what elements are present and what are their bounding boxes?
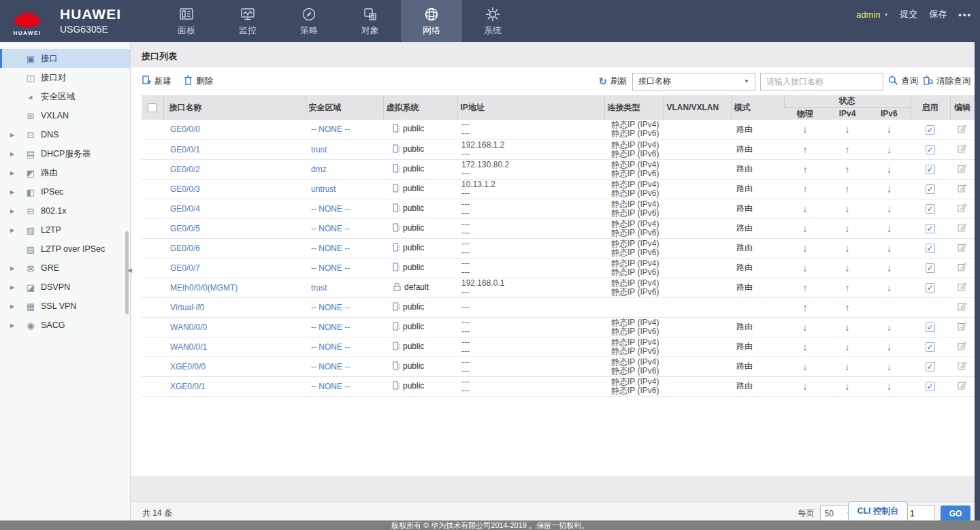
sidebar-item-l2tp[interactable]: ▶▨L2TP (0, 220, 130, 239)
enable-checkbox[interactable]: ✓ (926, 382, 935, 391)
edit-icon[interactable] (958, 203, 967, 214)
zone-link[interactable]: -- NONE -- (311, 244, 350, 253)
expand-arrow-icon[interactable]: ▶ (10, 208, 17, 214)
enable-checkbox[interactable]: ✓ (926, 145, 935, 154)
sidebar-item-vxlan[interactable]: ⊞VXLAN (0, 106, 130, 125)
zone-link[interactable]: -- NONE -- (311, 362, 350, 371)
interface-link[interactable]: XGE0/0/0 (170, 362, 206, 371)
edit-icon[interactable] (958, 183, 967, 195)
enable-checkbox[interactable]: ✓ (926, 283, 935, 293)
zone-link[interactable]: -- NONE -- (311, 322, 350, 332)
cli-console-button[interactable]: CLI 控制台 (848, 501, 908, 520)
interface-link[interactable]: GE0/0/5 (170, 224, 200, 233)
zone-link[interactable]: -- NONE -- (311, 303, 350, 312)
zone-link[interactable]: trust (311, 145, 327, 154)
tab-policy[interactable]: 策略 (278, 0, 340, 42)
enable-checkbox[interactable]: ✓ (926, 165, 935, 174)
interface-link[interactable]: GE0/0/1 (170, 145, 200, 154)
expand-arrow-icon[interactable]: ▶ (10, 284, 17, 291)
expand-arrow-icon[interactable]: ▶ (10, 170, 17, 176)
sidebar-item-sslvpn[interactable]: ▶▦SSL VPN (0, 297, 130, 316)
edit-icon[interactable] (958, 301, 967, 313)
query-button[interactable]: 查询 (888, 76, 918, 87)
expand-arrow-icon[interactable]: ▶ (10, 303, 17, 310)
enable-checkbox[interactable]: ✓ (926, 224, 935, 233)
zone-link[interactable]: -- NONE -- (311, 125, 350, 134)
sidebar-collapse-icon[interactable]: ◀ (127, 267, 132, 274)
edit-icon[interactable] (958, 341, 967, 352)
edit-icon[interactable] (958, 380, 967, 392)
zone-link[interactable]: -- NONE -- (311, 263, 350, 273)
new-button[interactable]: 新建 (142, 76, 172, 87)
expand-arrow-icon[interactable]: ▶ (10, 322, 17, 329)
refresh-button[interactable]: ↻ 刷新 (598, 76, 627, 87)
edit-icon[interactable] (958, 242, 967, 254)
edit-icon[interactable] (958, 124, 967, 135)
sidebar-item-dsvpn[interactable]: ▶◪DSVPN (0, 278, 130, 297)
interface-link[interactable]: GE0/0/4 (170, 204, 200, 214)
interface-link[interactable]: GE0/0/7 (170, 263, 200, 273)
more-menu-icon[interactable]: ••• (958, 10, 972, 20)
clear-query-button[interactable]: 清除查询 (923, 76, 970, 87)
expand-arrow-icon[interactable]: ▶ (10, 265, 17, 271)
tab-object[interactable]: 对象 (340, 0, 401, 42)
zone-link[interactable]: -- NONE -- (311, 204, 350, 214)
search-input[interactable] (760, 73, 883, 90)
interface-link[interactable]: GE0/0/6 (170, 244, 200, 253)
sidebar-item-ipsec[interactable]: ▶◧IPSec (0, 182, 130, 201)
tab-dashboard[interactable]: 面板 (156, 0, 217, 42)
zone-link[interactable]: -- NONE -- (311, 224, 350, 233)
expand-arrow-icon[interactable]: ▶ (10, 132, 17, 138)
sidebar-item-dns[interactable]: ▶⊡DNS (0, 125, 130, 144)
enable-checkbox[interactable]: ✓ (926, 204, 935, 214)
enable-checkbox[interactable]: ✓ (926, 263, 935, 273)
sidebar-item-route[interactable]: ▶◩路由 (0, 163, 130, 182)
edit-icon[interactable] (958, 282, 967, 293)
zone-link[interactable]: untrust (311, 184, 336, 194)
submit-button[interactable]: 提交 (900, 8, 917, 20)
sidebar-item-l2tp-ipsec[interactable]: ▧L2TP over IPSec (0, 239, 130, 259)
enable-checkbox[interactable]: ✓ (926, 342, 935, 352)
enable-checkbox[interactable]: ✓ (926, 125, 935, 135)
sidebar-item-security-zone[interactable]: ◕安全区域 (0, 87, 130, 106)
edit-icon[interactable] (958, 222, 967, 234)
zone-link[interactable]: -- NONE -- (311, 342, 350, 352)
sidebar-item-dhcp[interactable]: ▶▤DHCP服务器 (0, 144, 130, 163)
interface-link[interactable]: MEth0/0/0(MGMT) (170, 283, 238, 293)
interface-link[interactable]: GE0/0/3 (170, 184, 200, 194)
enable-checkbox[interactable]: ✓ (926, 184, 935, 194)
expand-arrow-icon[interactable]: ▶ (10, 227, 17, 233)
interface-link[interactable]: XGE0/0/1 (170, 382, 206, 391)
select-all-checkbox[interactable] (148, 103, 157, 112)
sidebar-item-dot1x[interactable]: ▶⊟802.1x (0, 201, 130, 220)
expand-arrow-icon[interactable]: ▶ (10, 189, 17, 195)
edit-icon[interactable] (958, 262, 967, 274)
admin-menu[interactable]: admin ▼ (856, 10, 888, 20)
sidebar-item-interface[interactable]: ▣接口 (0, 49, 130, 68)
enable-checkbox[interactable]: ✓ (926, 322, 935, 332)
interface-link[interactable]: Virtual-if0 (170, 303, 204, 312)
sidebar-item-gre[interactable]: ▶⊠GRE (0, 259, 130, 278)
interface-link[interactable]: WAN0/0/1 (170, 342, 207, 352)
delete-button[interactable]: 删除 (184, 76, 213, 87)
page-number-input[interactable] (904, 506, 935, 522)
tab-monitor[interactable]: 监控 (217, 0, 278, 42)
zone-link[interactable]: -- NONE -- (311, 382, 350, 391)
interface-link[interactable]: GE0/0/0 (170, 125, 200, 134)
edit-icon[interactable] (958, 144, 967, 155)
go-button[interactable]: GO (941, 506, 970, 522)
edit-icon[interactable] (958, 163, 967, 175)
expand-arrow-icon[interactable]: ▶ (10, 151, 17, 157)
filter-field-select[interactable]: 接口名称 ▼ (632, 73, 755, 90)
zone-link[interactable]: dmz (311, 165, 327, 174)
interface-link[interactable]: GE0/0/2 (170, 165, 200, 174)
save-button[interactable]: 保存 (929, 8, 947, 20)
interface-link[interactable]: WAN0/0/0 (170, 322, 207, 332)
sidebar-item-sacg[interactable]: ▶◉SACG (0, 316, 130, 335)
edit-icon[interactable] (958, 361, 967, 372)
edit-icon[interactable] (958, 321, 967, 333)
tab-system[interactable]: 系统 (462, 0, 523, 42)
enable-checkbox[interactable]: ✓ (926, 244, 935, 253)
sidebar-item-interface-pair[interactable]: ◫接口对 (0, 68, 130, 87)
zone-link[interactable]: trust (311, 283, 327, 293)
